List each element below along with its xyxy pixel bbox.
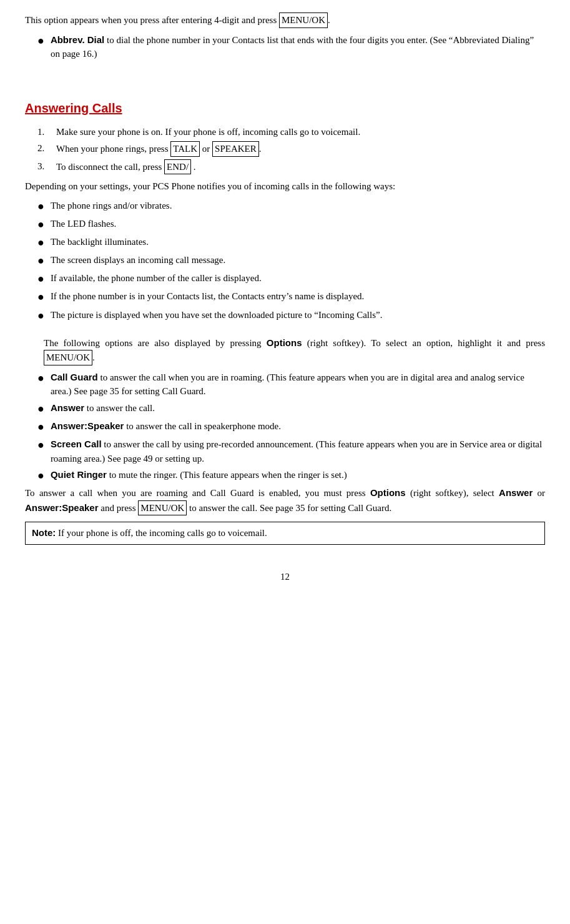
end-key: END/ (164, 159, 191, 175)
bullet-dot-answer-speaker: ● (37, 419, 44, 435)
call-guard-text: to answer the call when you are in roami… (51, 372, 524, 397)
answer-speaker-term: Answer:Speaker (51, 420, 124, 431)
final-para: To answer a call when you are roaming an… (25, 486, 545, 515)
depending-para: Depending on your settings, your PCS Pho… (25, 179, 545, 194)
bullet-rings-text: The phone rings and/or vibrates. (51, 199, 545, 213)
bullet-screen-call: ● Screen Call to answer the call by usin… (37, 437, 545, 465)
abbrev-dial-content: Abbrev. Dial to dial the phone number in… (51, 33, 545, 61)
bullet-rings: ● The phone rings and/or vibrates. (37, 199, 545, 214)
step-1: 1. Make sure your phone is on. If your p… (37, 125, 545, 139)
options-term: Options (267, 337, 302, 348)
options-para-prefix: The following options are also displayed… (44, 338, 267, 348)
abbrev-dial-bullet: ● Abbrev. Dial to dial the phone number … (37, 33, 545, 61)
step-3: 3. To disconnect the call, press END/ . (37, 159, 545, 175)
abbrev-dial-term: Abbrev. Dial (51, 34, 104, 45)
bullet-backlight-text: The backlight illuminates. (51, 235, 545, 249)
answer-text: to answer the call. (84, 403, 155, 413)
bullet-picture-text: The picture is displayed when you have s… (51, 308, 545, 322)
bullet-answer-speaker: ● Answer:Speaker to answer the call in s… (37, 419, 545, 435)
screen-call-text: to answer the call by using pre-recorded… (51, 439, 542, 464)
talk-key: TALK (170, 141, 200, 157)
bullet-backlight: ● The backlight illuminates. (37, 235, 545, 251)
bullet-answer-content: Answer to answer the call. (51, 401, 545, 415)
bullet-dot-led: ● (37, 217, 44, 232)
bullet-number-displayed-text: If available, the phone number of the ca… (51, 271, 545, 286)
step-3-prefix: To disconnect the call, press (56, 162, 164, 172)
intro-paragraph: This option appears when you press after… (25, 12, 545, 28)
step-1-num: 1. (37, 125, 56, 139)
step-2-prefix: When your phone rings, press (56, 144, 170, 154)
options-period: . (92, 352, 95, 362)
bullet-dot-picture: ● (37, 308, 44, 324)
bullet-dot-contacts-name: ● (37, 289, 44, 305)
final-para-mid3: and press (99, 503, 139, 513)
steps-list: 1. Make sure your phone is on. If your p… (37, 125, 545, 175)
answer-speaker-text: to answer the call in speakerphone mode. (124, 421, 281, 431)
step-1-text: Make sure your phone is on. If your phon… (56, 125, 545, 139)
final-answer-term: Answer (499, 487, 533, 498)
notify-bullets: ● The phone rings and/or vibrates. ● The… (25, 199, 545, 324)
options-para-suffix: (right softkey). To select an option, hi… (302, 338, 546, 348)
page-number: 12 (25, 570, 545, 584)
answer-term: Answer (51, 402, 84, 413)
answering-calls-heading: Answering Calls (25, 99, 545, 117)
bullet-call-guard: ● Call Guard to answer the call when you… (37, 370, 545, 399)
bullet-contacts-name: ● If the phone number is in your Contact… (37, 289, 545, 305)
step-2-text: When your phone rings, press TALK or SPE… (56, 141, 545, 157)
step-3-suffix: . (191, 162, 196, 172)
menu-ok-key-2: MENU/OK (44, 350, 92, 365)
menu-ok-key-3: MENU/OK (138, 500, 187, 516)
quiet-ringer-text: to mute the ringer. (This feature appear… (107, 470, 347, 480)
call-guard-term: Call Guard (51, 372, 98, 382)
intro-text-prefix: This option appears when you press after… (25, 15, 279, 25)
bullet-dot-call-guard: ● (37, 370, 44, 386)
bullet-answer: ● Answer to answer the call. (37, 401, 545, 417)
bullet-dot-rings: ● (37, 199, 44, 214)
bullet-dot-1: ● (37, 33, 44, 49)
step-2: 2. When your phone rings, press TALK or … (37, 141, 545, 157)
note-text: If your phone is off, the incoming calls… (56, 528, 267, 538)
final-para-mid: (right softkey), select (406, 488, 499, 498)
final-para-prefix: To answer a call when you are roaming an… (25, 488, 370, 498)
final-para-mid2: or (533, 488, 545, 498)
step-2-num: 2. (37, 141, 56, 156)
bullet-dot-answer: ● (37, 401, 44, 417)
bullet-screen-displays-text: The screen displays an incoming call mes… (51, 253, 545, 267)
bullet-call-guard-content: Call Guard to answer the call when you a… (51, 370, 545, 399)
bullet-dot-number-displayed: ● (37, 271, 44, 287)
screen-call-term: Screen Call (51, 439, 102, 449)
bullet-contacts-name-text: If the phone number is in your Contacts … (51, 289, 545, 304)
step-3-num: 3. (37, 159, 56, 174)
final-options-term: Options (370, 487, 406, 498)
step-3-text: To disconnect the call, press END/ . (56, 159, 545, 175)
quiet-ringer-term: Quiet Ringer (51, 469, 107, 480)
step-2-mid: or (200, 144, 212, 154)
options-intro-block: The following options are also displayed… (44, 336, 545, 365)
bullet-dot-backlight: ● (37, 235, 44, 251)
note-box: Note: If your phone is off, the incoming… (25, 522, 545, 545)
options-para: The following options are also displayed… (44, 336, 545, 365)
bullet-screen-displays: ● The screen displays an incoming call m… (37, 253, 545, 269)
bullet-number-displayed: ● If available, the phone number of the … (37, 271, 545, 287)
final-para-suffix: to answer the call. See page 35 for sett… (187, 503, 391, 513)
step-2-suffix: . (259, 144, 262, 154)
bullet-screen-call-content: Screen Call to answer the call by using … (51, 437, 545, 465)
final-answer-speaker-term: Answer:Speaker (25, 502, 99, 513)
bullet-led: ● The LED flashes. (37, 217, 545, 232)
note-label: Note: (32, 527, 56, 538)
menu-ok-key-1: MENU/OK (279, 12, 328, 28)
bullet-dot-quiet-ringer: ● (37, 468, 44, 484)
bullet-dot-screen-call: ● (37, 437, 44, 453)
abbrev-dial-text: to dial the phone number in your Contact… (51, 35, 534, 59)
bullet-quiet-ringer: ● Quiet Ringer to mute the ringer. (This… (37, 468, 545, 484)
bullet-picture: ● The picture is displayed when you have… (37, 308, 545, 324)
options-bullets: ● Call Guard to answer the call when you… (25, 370, 545, 484)
page-content: This option appears when you press after… (25, 12, 545, 584)
bullet-dot-screen-displays: ● (37, 253, 44, 269)
bullet-led-text: The LED flashes. (51, 217, 545, 231)
bullet-quiet-ringer-content: Quiet Ringer to mute the ringer. (This f… (51, 468, 545, 482)
speaker-key: SPEAKER (212, 141, 259, 157)
bullet-answer-speaker-content: Answer:Speaker to answer the call in spe… (51, 419, 545, 434)
